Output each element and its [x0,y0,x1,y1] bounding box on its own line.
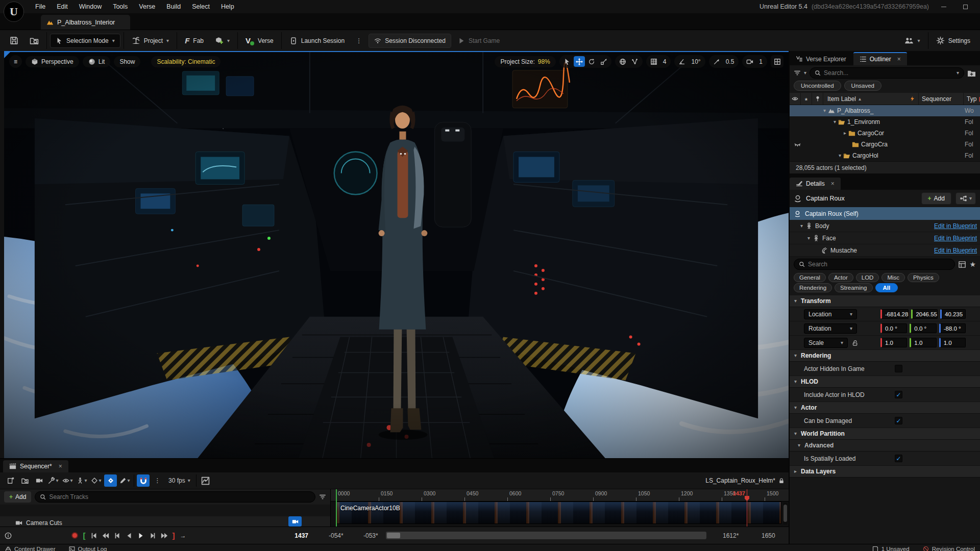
sequence-breadcrumb[interactable]: LS_Captain_Roux_Helm* [705,477,785,484]
viewport-camera-dropdown[interactable]: Perspective [26,56,79,67]
menu-item[interactable]: Select [186,1,215,13]
location-z-field[interactable]: 40.235 [940,309,966,319]
tab-level-asset[interactable]: P_Albatross_Interior [41,15,130,30]
step-forward-button[interactable] [146,530,158,541]
section-advanced[interactable]: ▾ Advanced [790,440,980,452]
viewport-show-dropdown[interactable]: Show [114,56,140,67]
to-front-button[interactable] [88,530,100,541]
sequencer-column-header[interactable]: Sequencer [919,93,964,105]
details-filter-chip[interactable]: LOD [856,273,879,282]
include-hlod-checkbox[interactable]: ✓ [895,391,902,398]
set-start-button[interactable]: [ [81,530,88,541]
previous-key-button[interactable] [100,530,111,541]
edit-in-blueprint-link[interactable]: Edit in Blueprint [934,247,977,254]
eye-closed-icon[interactable] [794,141,801,148]
play-reverse-button[interactable] [123,530,135,541]
details-filter-chip[interactable]: Actor [828,273,853,282]
add-component-button[interactable]: + Add [921,192,951,205]
edit-in-blueprint-link[interactable]: Edit in Blueprint [934,235,977,242]
chevron-down-icon[interactable]: ▾ [957,70,959,76]
fab-button[interactable]: F Fab [180,33,208,48]
expand-arrow-icon[interactable]: ▸ [844,131,846,136]
section-transform[interactable]: ▾ Transform [790,295,980,307]
outliner-row-cargo-container[interactable]: ▸ CargoCor Fol [790,128,980,139]
current-frame-field[interactable]: 1437 [280,532,308,539]
details-search-field[interactable] [794,259,955,270]
location-x-field[interactable]: -6814.28 [880,309,909,319]
details-filter-chip-all[interactable]: All [875,283,898,292]
component-row-mustache[interactable]: Mustache Edit in Blueprint [790,244,980,257]
favorites-column-header[interactable]: * [801,93,812,105]
timeline-scrollbar-thumb[interactable] [387,533,400,538]
add-content-dropdown[interactable]: ▾ [210,33,234,48]
launch-options-button[interactable]: ⋮ [351,34,366,48]
viewport-lit-dropdown[interactable]: Lit [83,56,111,67]
grid-snap-value[interactable]: 4 [660,58,669,65]
outliner-row-cargo-crates[interactable]: CargoCra Fol [790,139,980,150]
next-key-button[interactable] [158,530,170,541]
camera-lock-toggle[interactable] [288,516,302,527]
can-damage-checkbox[interactable]: ✓ [895,417,902,424]
surface-snap-button[interactable] [629,56,641,67]
scale-snap-value[interactable]: 0.5 [723,58,737,65]
grid-snap-button[interactable] [648,56,659,67]
component-row-body[interactable]: ▾ Body Edit in Blueprint [790,220,980,232]
browse-content-button[interactable] [25,33,43,48]
launch-session-button[interactable]: Launch Session [285,33,349,48]
outliner-filter-icon[interactable] [794,69,801,77]
details-filter-chip[interactable]: Streaming [835,283,872,292]
auto-key-button[interactable] [104,474,117,487]
output-log-button[interactable]: Output Log [69,545,107,551]
rotate-tool-button[interactable] [586,56,597,67]
section-actor[interactable]: ▾ Actor [790,402,980,414]
maximize-viewport-button[interactable] [771,55,783,68]
project-size-indicator[interactable]: Project Size: 98% [495,56,555,67]
view-options-dropdown[interactable]: ▾ [61,474,74,487]
set-end-button[interactable]: ] [170,530,177,541]
outliner-row-world[interactable]: ▾ P_Albatross_ Wo [790,105,980,116]
expand-arrow-icon[interactable]: ▾ [800,223,803,229]
outliner-search-field[interactable]: ▾ [810,67,964,79]
rotation-z-field[interactable]: -88.0 ° [939,323,966,333]
favorites-icon[interactable]: ★ [969,260,976,268]
viewport-options-button[interactable]: ≡ [9,55,22,68]
content-drawer-button[interactable]: Content Drawer [5,545,56,551]
save-button[interactable] [5,33,23,48]
collaborators-dropdown[interactable]: ▾ [900,33,925,48]
camera-speed-value[interactable]: 1 [756,58,765,65]
view-end-field[interactable]: 1612* [723,532,739,539]
actor-hidden-checkbox[interactable] [895,365,902,372]
play-button[interactable] [135,530,146,541]
component-view-dropdown[interactable]: ▾ [955,192,976,205]
world-space-button[interactable] [617,56,628,67]
save-sequence-button[interactable] [4,474,17,487]
unsaved-indicator[interactable]: 1 Unsaved [872,545,910,551]
playhead[interactable]: 1437 [747,489,747,527]
details-filter-chip[interactable]: Misc [881,273,905,282]
tab-verse-explorer[interactable]: Verse Explorer [790,53,852,65]
playback-start-marker[interactable] [336,489,337,527]
scale-snap-button[interactable] [711,56,722,67]
expand-arrow-icon[interactable]: ▾ [834,119,836,124]
menu-item[interactable]: Window [74,1,107,13]
outliner-row-environment[interactable]: ▾ 1_Environm Fol [790,116,980,128]
location-dropdown[interactable]: Location▾ [804,309,857,319]
scale-z-field[interactable]: 1.0 [939,338,966,347]
sequencer-timeline[interactable]: 0000015003000450060007500900105012001350… [331,489,789,527]
curve-editor-button[interactable] [199,474,212,487]
edit-options-dropdown[interactable]: ▾ [118,474,131,487]
rotation-snap-value[interactable]: 10° [689,58,703,65]
view-start-field[interactable]: -053* [363,532,378,539]
minimize-button[interactable] [937,2,950,11]
close-icon[interactable]: × [59,463,62,470]
outliner-filter-chip[interactable]: Unsaved [844,81,881,91]
playback-options-dropdown[interactable]: ▾ [76,474,88,487]
component-row-self[interactable]: Captain Roux (Self) [790,207,980,220]
viewport-scene[interactable] [4,52,789,458]
session-status-button[interactable]: Session Disconnected [369,34,451,48]
outliner-row-cargo-hold[interactable]: ▾ CargoHol Fol [790,150,980,161]
display-options-icon[interactable] [958,261,966,268]
spatially-loaded-checkbox[interactable]: ✓ [895,455,902,462]
details-filter-chip[interactable]: Physics [908,273,939,282]
rotation-snap-button[interactable] [676,56,688,67]
